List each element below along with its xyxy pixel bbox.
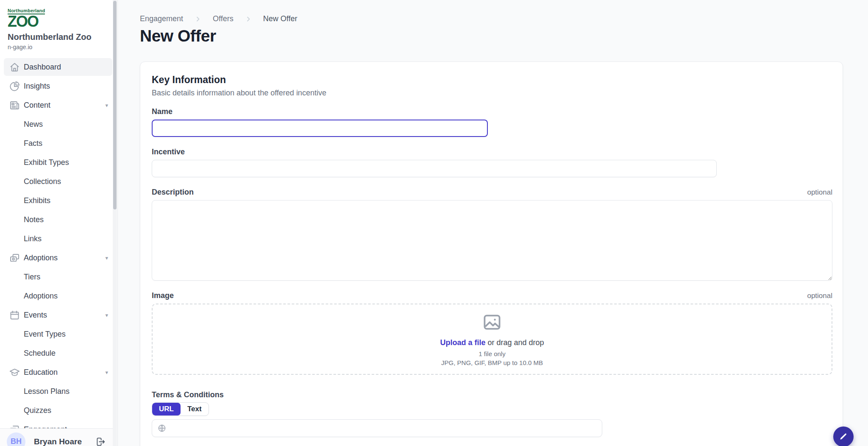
sidebar-item-label: Exhibit Types — [24, 158, 69, 167]
sidebar-item-facts[interactable]: Facts — [4, 134, 112, 152]
sidebar-item-schedule[interactable]: Schedule — [4, 344, 112, 362]
sidebar-item-label: Collections — [24, 177, 61, 186]
section-subtitle: Basic details information about the offe… — [152, 88, 832, 98]
description-textarea[interactable] — [152, 200, 832, 281]
sidebar-item-exhibit-types[interactable]: Exhibit Types — [4, 153, 112, 171]
edit-fab-button[interactable] — [833, 426, 854, 446]
image-dropzone[interactable]: Upload a file or drag and drop 1 file on… — [152, 304, 832, 375]
terms-url-field — [152, 419, 602, 437]
optional-badge: optional — [807, 188, 832, 197]
home-icon — [8, 61, 20, 73]
upload-drag-text: or drag and drop — [485, 338, 544, 347]
breadcrumb-engagement[interactable]: Engagement — [140, 14, 183, 23]
description-label-row: Description optional — [152, 187, 832, 197]
sidebar-item-dashboard[interactable]: Dashboard — [4, 58, 112, 76]
org-logo: Northumberland ZOO — [8, 7, 110, 29]
section-title: Key Information — [152, 74, 832, 86]
sidebar-item-label: Education — [24, 368, 58, 377]
sidebar-item-label: News — [24, 120, 43, 129]
sidebar-item-adoptions-parent[interactable]: Adoptions ▾ — [4, 249, 112, 267]
sidebar: Northumberland ZOO Northumberland Zoo n-… — [0, 0, 118, 446]
incentive-label: Incentive — [152, 147, 185, 156]
optional-badge: optional — [807, 292, 832, 300]
terms-url-input[interactable] — [152, 419, 602, 437]
globe-icon — [157, 424, 167, 433]
sidebar-item-news[interactable]: News — [4, 115, 112, 133]
breadcrumb-offers[interactable]: Offers — [213, 14, 234, 23]
sidebar-item-collections[interactable]: Collections — [4, 173, 112, 190]
upload-file-count: 1 file only — [479, 350, 505, 357]
sidebar-item-label: Insights — [24, 82, 50, 91]
sidebar-item-label: Schedule — [24, 349, 56, 358]
name-label: Name — [152, 107, 172, 116]
sidebar-scrollbar[interactable] — [113, 0, 117, 446]
key-information-card: Key Information Basic details informatio… — [140, 61, 843, 446]
sidebar-item-label: Links — [24, 234, 42, 243]
sidebar-item-label: Tiers — [24, 273, 40, 282]
photo-stack-icon — [8, 252, 20, 264]
sidebar-user-footer: BH Bryan Hoare — [0, 428, 113, 446]
logout-icon — [95, 436, 106, 446]
sidebar-item-label: Dashboard — [24, 63, 61, 72]
sidebar-item-label: Event Types — [24, 330, 66, 339]
breadcrumb: Engagement Offers New Offer — [140, 14, 868, 23]
pencil-icon — [839, 432, 848, 441]
sidebar-item-label: Notes — [24, 215, 44, 224]
org-domain: n-gage.io — [8, 44, 110, 50]
image-placeholder-icon — [482, 312, 502, 334]
image-label-row: Image optional — [152, 291, 832, 300]
sidebar-item-education[interactable]: Education ▾ — [4, 363, 112, 381]
upload-file-types: JPG, PNG, GIF, BMP up to 10.0 MB — [441, 359, 543, 366]
org-name: Northumberland Zoo — [8, 32, 110, 42]
terms-toggle-url[interactable]: URL — [152, 403, 181, 415]
main-content: Engagement Offers New Offer New Offer Ke… — [118, 0, 868, 446]
upload-file-link[interactable]: Upload a file — [440, 338, 485, 347]
sidebar-item-content[interactable]: Content ▾ — [4, 96, 112, 114]
sidebar-scrollbar-thumb[interactable] — [113, 1, 117, 209]
terms-label: Terms & Conditions — [152, 390, 224, 399]
sidebar-item-label: Lesson Plans — [24, 387, 70, 396]
newspaper-icon — [8, 99, 20, 111]
org-logo-text-zoo: ZOO — [8, 14, 110, 29]
incentive-label-row: Incentive — [152, 147, 832, 156]
sidebar-item-label: Content — [24, 101, 50, 110]
breadcrumb-new-offer: New Offer — [263, 14, 298, 23]
sidebar-item-label: Events — [24, 311, 47, 320]
chevron-down-icon: ▾ — [105, 369, 112, 376]
terms-label-row: Terms & Conditions — [152, 390, 832, 399]
sidebar-item-label: Adoptions — [24, 292, 58, 301]
chevron-down-icon: ▾ — [105, 102, 112, 109]
image-label: Image — [152, 291, 174, 300]
pie-chart-icon — [8, 80, 20, 92]
name-label-row: Name — [152, 107, 832, 116]
sidebar-item-label: Adoptions — [24, 254, 58, 262]
sidebar-item-links[interactable]: Links — [4, 230, 112, 248]
chevron-right-icon — [195, 16, 201, 22]
page-title: New Offer — [140, 27, 868, 45]
sidebar-item-tiers[interactable]: Tiers — [4, 268, 112, 286]
user-name: Bryan Hoare — [34, 437, 82, 446]
sidebar-item-lesson-plans[interactable]: Lesson Plans — [4, 382, 112, 400]
sidebar-nav: Dashboard Insights Content ▾ News Facts … — [0, 58, 117, 438]
logout-button[interactable] — [95, 436, 106, 446]
sidebar-item-insights[interactable]: Insights — [4, 77, 112, 95]
terms-type-toggle: URL Text — [152, 402, 209, 416]
sidebar-item-label: Quizzes — [24, 406, 51, 415]
chevron-down-icon: ▾ — [105, 312, 112, 318]
sidebar-item-adoptions[interactable]: Adoptions — [4, 287, 112, 305]
sidebar-item-label: Facts — [24, 139, 42, 148]
description-label: Description — [152, 187, 194, 197]
sidebar-item-notes[interactable]: Notes — [4, 211, 112, 229]
sidebar-item-events[interactable]: Events ▾ — [4, 306, 112, 324]
calendar-icon — [8, 309, 20, 321]
incentive-input[interactable] — [152, 160, 717, 177]
sidebar-item-label: Exhibits — [24, 196, 50, 205]
avatar: BH — [7, 432, 25, 446]
name-input[interactable] — [152, 120, 488, 137]
upload-instruction: Upload a file or drag and drop — [440, 338, 544, 347]
terms-toggle-text[interactable]: Text — [181, 403, 209, 415]
sidebar-item-event-types[interactable]: Event Types — [4, 325, 112, 343]
sidebar-item-exhibits[interactable]: Exhibits — [4, 192, 112, 209]
sidebar-item-quizzes[interactable]: Quizzes — [4, 401, 112, 419]
org-header: Northumberland ZOO Northumberland Zoo n-… — [0, 0, 117, 54]
